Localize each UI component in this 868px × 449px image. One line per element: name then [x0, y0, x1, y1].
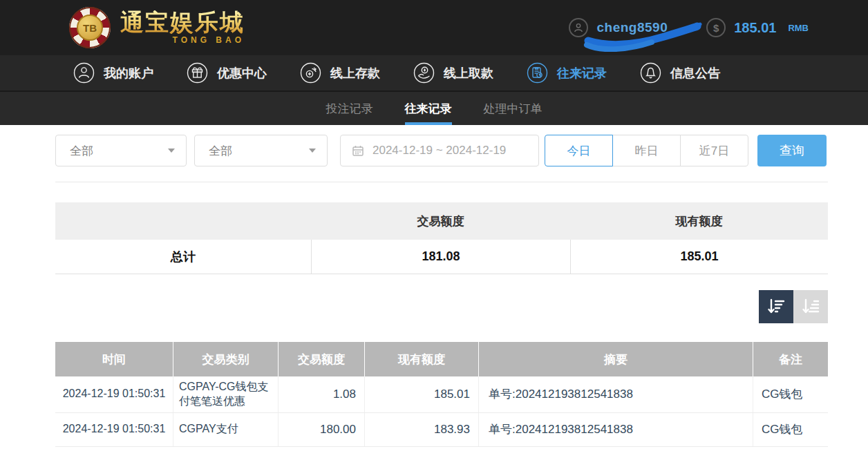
nav-label: 优惠中心 [217, 65, 267, 82]
nav-withdraw[interactable]: 线上取款 [413, 62, 509, 84]
cell-remark: CG钱包 [753, 413, 828, 446]
type-select-value: 全部 [70, 143, 93, 159]
summary-header-balance: 现有额度 [570, 202, 828, 240]
chevron-down-icon [168, 149, 175, 153]
cell-balance: 183.93 [364, 413, 478, 446]
last-7-days-button[interactable]: 近7日 [680, 135, 748, 166]
withdraw-coin-icon [413, 62, 435, 84]
user-icon [569, 18, 588, 37]
table-row: 2024-12-19 01:50:31 CGPAY支付 180.00 183.9… [55, 413, 828, 447]
summary-total-row: 总计 181.08 185.01 [55, 240, 828, 274]
calendar-icon [352, 144, 364, 157]
col-summary: 摘要 [478, 342, 753, 376]
summary-total-balance: 185.01 [570, 240, 828, 274]
today-button[interactable]: 今日 [545, 135, 613, 166]
summary-header-transaction: 交易额度 [311, 202, 570, 240]
topbar-right: cheng8590 $ 185.01 RMB [569, 18, 809, 37]
col-remark: 备注 [753, 342, 828, 376]
summary-table: 交易额度 现有额度 总计 181.08 185.01 [55, 202, 828, 274]
nav-deposit[interactable]: 线上存款 [300, 62, 395, 84]
balance-amount: 185.01 [734, 20, 776, 36]
nav-label: 线上取款 [444, 65, 493, 82]
table-row: 2024-12-19 01:50:31 CGPAY-CG钱包支付笔笔送优惠 1.… [55, 376, 828, 413]
cell-amount: 1.08 [278, 376, 364, 412]
cell-type: CGPAY支付 [173, 413, 278, 446]
summary-header-empty [55, 202, 311, 240]
brand-logo[interactable]: TB 通宝娱乐城 TONG BAO [69, 7, 245, 48]
bell-icon [640, 62, 661, 84]
category-select[interactable]: 全部 [194, 135, 328, 166]
nav-label: 往来记录 [557, 65, 607, 82]
tab-pending-orders[interactable]: 处理中订单 [484, 92, 542, 125]
nav-announcements[interactable]: 信息公告 [640, 62, 735, 84]
sort-controls [55, 290, 828, 323]
nav-label: 信息公告 [670, 65, 720, 82]
date-range-input[interactable]: 2024-12-19 ~ 2024-12-19 [340, 135, 539, 166]
cell-amount: 180.00 [278, 413, 364, 446]
chevron-down-icon [309, 149, 316, 153]
nav-label: 线上存款 [330, 65, 380, 82]
type-select[interactable]: 全部 [55, 135, 187, 166]
summary-header-row: 交易额度 现有额度 [55, 202, 828, 240]
cell-type: CGPAY-CG钱包支付笔笔送优惠 [173, 376, 278, 412]
sort-descending-button[interactable] [759, 290, 793, 323]
username: cheng8590 [596, 20, 668, 35]
user-icon [73, 62, 95, 84]
filter-row: 全部 全部 2024-12-19 ~ 2024-12-19 今日 昨日 近7日 … [55, 135, 828, 166]
tab-transaction-records[interactable]: 往来记录 [405, 92, 452, 125]
summary-total-label: 总计 [55, 240, 311, 274]
sort-ascending-button[interactable] [793, 290, 828, 323]
tab-label: 往来记录 [405, 101, 452, 117]
cell-balance: 185.01 [364, 376, 478, 412]
records-header-row: 时间 交易类别 交易额度 现有额度 摘要 备注 [55, 342, 828, 376]
tab-label: 处理中订单 [484, 101, 542, 117]
nav-label: 我的账户 [104, 65, 153, 82]
nav-promotions[interactable]: 优惠中心 [187, 62, 282, 84]
brand-name: 通宝娱乐城 [120, 10, 245, 34]
user-account-button[interactable]: cheng8590 [569, 18, 668, 37]
casino-chip-icon: TB [69, 7, 111, 48]
cell-remark: CG钱包 [753, 376, 828, 412]
yesterday-button[interactable]: 昨日 [612, 135, 681, 166]
top-bar: TB 通宝娱乐城 TONG BAO cheng8590 [0, 0, 868, 55]
col-time: 时间 [55, 342, 173, 376]
nav-my-account[interactable]: 我的账户 [73, 62, 169, 84]
col-amount: 交易额度 [278, 342, 364, 376]
search-button[interactable]: 查询 [757, 135, 827, 166]
cell-summary: 单号:202412193812541838 [478, 413, 753, 446]
cell-time: 2024-12-19 01:50:31 [55, 376, 173, 412]
tab-label: 投注记录 [326, 101, 373, 117]
brand-name-en: TONG BAO [173, 35, 245, 45]
gift-icon [187, 62, 208, 84]
nav-transaction-records[interactable]: 往来记录 [527, 62, 622, 84]
col-balance: 现有额度 [364, 342, 478, 376]
sort-descending-icon [766, 297, 786, 316]
main-nav: 我的账户 优惠中心 线上存款 线上取款 往来记录 信息公告 [0, 55, 868, 90]
sub-tab-bar: 投注记录 往来记录 处理中订单 [0, 90, 868, 125]
tab-betting-records[interactable]: 投注记录 [326, 92, 373, 125]
quick-date-group: 今日 昨日 近7日 [545, 135, 748, 166]
username-wrap: cheng8590 [596, 20, 668, 35]
records-table: 时间 交易类别 交易额度 现有额度 摘要 备注 2024-12-19 01:50… [55, 342, 828, 447]
chip-monogram: TB [77, 15, 103, 41]
col-type: 交易类别 [173, 342, 278, 376]
balance-currency: RMB [788, 23, 809, 33]
records-clipboard-icon [527, 62, 548, 84]
dollar-coin-icon: $ [706, 18, 726, 37]
category-select-value: 全部 [209, 143, 232, 159]
cell-time: 2024-12-19 01:50:31 [55, 413, 173, 446]
cell-summary: 单号:202412193812541838 [478, 376, 753, 412]
summary-total-transaction: 181.08 [311, 240, 570, 274]
brand-text: 通宝娱乐城 TONG BAO [120, 10, 245, 45]
deposit-coin-icon [300, 62, 321, 84]
section-divider [55, 182, 828, 182]
date-range-value: 2024-12-19 ~ 2024-12-19 [372, 144, 506, 157]
sort-ascending-icon [801, 297, 820, 316]
main-content: 全部 全部 2024-12-19 ~ 2024-12-19 今日 昨日 近7日 … [0, 135, 868, 447]
wallet-balance[interactable]: $ 185.01 RMB [706, 18, 809, 37]
